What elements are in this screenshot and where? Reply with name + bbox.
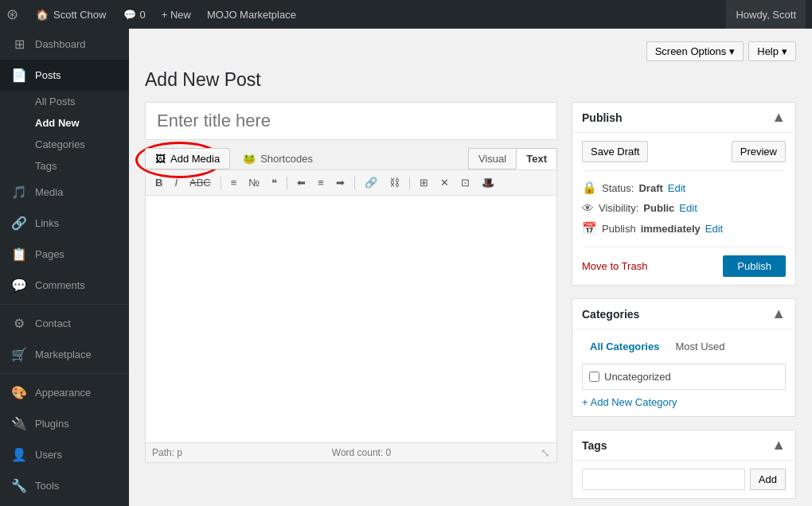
sidebar-item-tools[interactable]: 🔧 Tools <box>0 470 129 501</box>
publish-panel-title: Publish <box>582 111 623 124</box>
italic-button[interactable]: I <box>170 173 182 192</box>
move-to-trash-link[interactable]: Move to Trash <box>582 260 647 272</box>
editor-body[interactable] <box>146 196 556 442</box>
publish-panel: Publish ▲ Save Draft Preview 🔒 Status: <box>572 102 796 286</box>
sidebar-item-media[interactable]: 🎵 Media <box>0 177 129 208</box>
fullscreen-button[interactable]: ✕ <box>435 173 454 192</box>
add-new-category-link[interactable]: + Add New Category <box>582 396 677 408</box>
add-media-button[interactable]: 🖼 Add Media <box>145 148 230 169</box>
publish-panel-body: Save Draft Preview 🔒 Status: Draft Edit <box>572 133 795 285</box>
page-title: Add New Post <box>145 69 796 91</box>
publish-button[interactable]: Publish <box>723 255 786 277</box>
sidebar-sub-tags[interactable]: Tags <box>0 155 129 177</box>
category-checkbox-uncategorized[interactable] <box>589 372 599 382</box>
sidebar-item-settings[interactable]: ⚙ Settings <box>0 501 129 506</box>
sidebar-item-posts[interactable]: 📄 Posts <box>0 60 129 91</box>
sidebar-sub-add-new[interactable]: Add New <box>0 112 129 134</box>
main-content: Screen Options ▾ Help ▾ Add New Post 🖼 <box>129 29 812 506</box>
most-used-tab[interactable]: Most Used <box>667 337 732 356</box>
resize-handle[interactable]: ⤡ <box>541 446 550 459</box>
shortcodes-label: Shortcodes <box>260 153 313 165</box>
sidebar-item-marketplace[interactable]: 🛒 Marketplace <box>0 339 129 370</box>
contact-icon: ⚙ <box>11 316 27 331</box>
editor-footer: Path: p Word count: 0 ⤡ <box>146 442 556 462</box>
visibility-icon: 👁 <box>582 201 594 215</box>
pages-icon: 📋 <box>11 247 27 262</box>
adminbar-howdy: Howdy, Scott <box>726 0 806 29</box>
categories-panel-toggle[interactable]: ▲ <box>771 306 786 322</box>
sidebar-item-users[interactable]: 👤 Users <box>0 439 129 470</box>
tags-input[interactable] <box>582 469 745 490</box>
unlink-button[interactable]: ⛓ <box>385 173 404 192</box>
calendar-icon: 📅 <box>582 221 597 235</box>
marketplace-icon: 🛒 <box>11 347 27 362</box>
sidebar-item-appearance[interactable]: 🎨 Appearance <box>0 377 129 408</box>
add-media-wrap: 🖼 Add Media <box>145 148 230 169</box>
status-value: Draft <box>638 182 662 194</box>
insert-more-button[interactable]: ⊞ <box>415 173 433 192</box>
shortcodes-button[interactable]: 🐸 Shortcodes <box>236 149 319 169</box>
all-categories-tab[interactable]: All Categories <box>582 337 667 356</box>
links-icon: 🔗 <box>11 216 27 231</box>
save-draft-button[interactable]: Save Draft <box>582 141 648 162</box>
align-center-button[interactable]: ≡ <box>313 173 329 192</box>
publish-panel-toggle[interactable]: ▲ <box>771 109 786 126</box>
tags-panel-title: Tags <box>582 439 607 452</box>
sidebar-item-links[interactable]: 🔗 Links <box>0 208 129 239</box>
sidebar-item-dashboard[interactable]: ⊞ Dashboard <box>0 29 129 60</box>
admin-bar: ⊛ 🏠 Scott Chow 💬 0 + New MOJO Marketplac… <box>0 0 812 29</box>
align-right-button[interactable]: ➡ <box>331 173 349 192</box>
publish-value: immediately <box>641 223 701 235</box>
categories-tabs: All Categories Most Used <box>582 337 786 356</box>
adminbar-new-link[interactable]: + New <box>155 9 197 21</box>
comments-nav-icon: 💬 <box>11 278 27 293</box>
publish-edit-link[interactable]: Edit <box>705 223 723 235</box>
screen-options-button[interactable]: Screen Options ▾ <box>646 41 744 61</box>
sidebar-item-contact[interactable]: ⚙ Contact <box>0 308 129 339</box>
strikethrough-button[interactable]: ABC <box>185 173 216 192</box>
post-title-input[interactable] <box>145 102 557 140</box>
kitchen-sink-button[interactable]: 🎩 <box>477 173 499 192</box>
categories-panel: Categories ▲ All Categories Most Used Un… <box>572 298 796 417</box>
sidebar-label-tools: Tools <box>35 480 59 492</box>
sidebar-item-comments[interactable]: 💬 Comments <box>0 270 129 301</box>
adminbar-comments-link[interactable]: 💬 0 <box>117 9 151 21</box>
status-edit-link[interactable]: Edit <box>668 182 685 194</box>
categories-panel-title: Categories <box>582 308 639 321</box>
blockquote-button[interactable]: ❝ <box>267 173 282 192</box>
sidebar-sub-all-posts[interactable]: All Posts <box>0 91 129 112</box>
align-left-button[interactable]: ⬅ <box>292 173 310 192</box>
tags-panel-toggle[interactable]: ▲ <box>771 437 786 453</box>
table-button[interactable]: ⊡ <box>456 173 474 192</box>
tags-panel-body: Add <box>572 461 795 498</box>
wp-logo-icon[interactable]: ⊛ <box>6 6 18 23</box>
ordered-list-button[interactable]: № <box>244 173 264 192</box>
adminbar-site-link[interactable]: 🏠 Scott Chow <box>28 9 114 21</box>
sidebar-label-appearance: Appearance <box>35 387 91 399</box>
visibility-edit-link[interactable]: Edit <box>679 202 697 214</box>
screen-options-label: Screen Options <box>655 45 727 57</box>
posts-icon: 📄 <box>11 68 27 83</box>
sidebar-sub-categories[interactable]: Categories <box>0 134 129 155</box>
preview-button[interactable]: Preview <box>732 141 786 162</box>
sidebar-item-pages[interactable]: 📋 Pages <box>0 239 129 270</box>
tags-panel: Tags ▲ Add <box>572 430 796 499</box>
publish-info: 🔒 Status: Draft Edit 👁 Visibility: Publi… <box>582 170 786 239</box>
tags-add-button[interactable]: Add <box>750 469 786 490</box>
editor-column: 🖼 Add Media 🐸 Shortcodes Visual Text <box>145 102 557 506</box>
publish-time-row: 📅 Publish immediately Edit <box>582 218 786 239</box>
publish-label: Publish <box>602 223 636 235</box>
editor-wrap: B I ABC ≡ № ❝ ⬅ ≡ ➡ 🔗 ⛓ <box>145 169 557 463</box>
unordered-list-button[interactable]: ≡ <box>226 173 242 192</box>
users-icon: 👤 <box>11 447 27 462</box>
sidebar-item-plugins[interactable]: 🔌 Plugins <box>0 408 129 439</box>
link-button[interactable]: 🔗 <box>360 173 382 192</box>
adminbar-mojo-link[interactable]: MOJO Marketplace <box>201 9 303 21</box>
bold-button[interactable]: B <box>150 173 167 192</box>
help-label: Help <box>757 45 779 57</box>
visual-tab[interactable]: Visual <box>468 148 516 169</box>
text-tab[interactable]: Text <box>516 148 557 169</box>
word-count-label: Word count: 0 <box>332 447 391 458</box>
help-button[interactable]: Help ▾ <box>748 41 796 61</box>
categories-list: Uncategorized <box>582 364 786 390</box>
